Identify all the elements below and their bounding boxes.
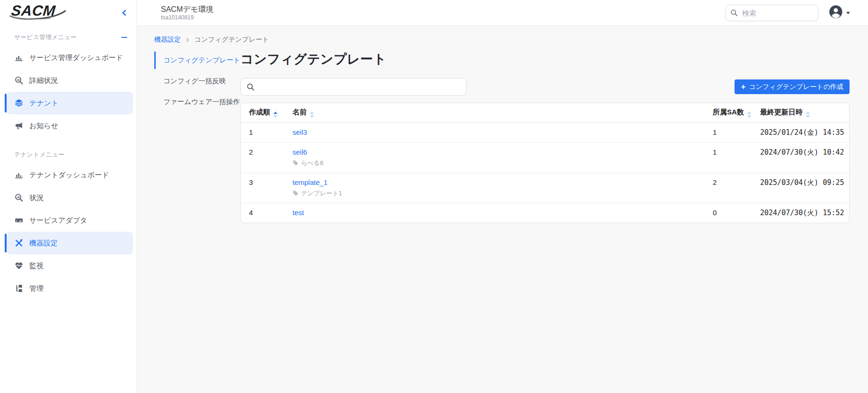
sidebar-item-label: 監視 [29, 262, 44, 271]
sidebar-item-label: テナント [29, 99, 58, 108]
main-pane: コンフィグテンプレート + コンフィグテンプレートの作成 [240, 50, 850, 223]
environment-name: SACMデモ環境 [161, 5, 213, 14]
section-label-text: テナントメニュー [14, 150, 64, 159]
cell-updated: 2024/07/30(火) 10:42 [752, 143, 849, 173]
cell-updated: 2025/01/24(金) 14:35 [752, 123, 849, 143]
cell-order: 4 [241, 203, 284, 223]
sidebar-item-heart-pulse[interactable]: 監視 [0, 254, 135, 277]
sidebar: SACM サービス管理メニューサービス管理ダッシュボード詳細状況テナントお知らせ… [0, 0, 137, 393]
tag-icon [292, 190, 299, 196]
subnav: コンフィグテンプレートコンフィグ一括反映ファームウェア一括操作 [154, 50, 240, 114]
table-search [240, 78, 467, 96]
chevron-left-icon [121, 9, 128, 18]
content-area: 機器設定コンフィグテンプレート コンフィグテンプレートコンフィグ一括反映ファーム… [137, 26, 868, 393]
column-header: 所属SA数 [705, 103, 752, 123]
sidebar-item-bar-chart[interactable]: サービス管理ダッシュボード [0, 46, 135, 69]
breadcrumb-item[interactable]: 機器設定 [154, 35, 181, 44]
breadcrumb-item: コンフィグテンプレート [195, 35, 269, 44]
sidebar-item-label: お知らせ [29, 122, 58, 131]
sidebar-header: SACM [0, 0, 137, 26]
top-header: SACMデモ環境 tsa10140819 [137, 0, 868, 26]
sidebar-item-label: 状況 [29, 193, 44, 202]
table-row: 3template_1テンプレート122025/03/04(火) 09:25 [241, 173, 849, 203]
server-icon [14, 216, 23, 225]
user-menu-button[interactable] [829, 5, 850, 21]
sacm-logo: SACM [7, 1, 69, 25]
cell-order: 1 [241, 123, 284, 143]
sitemap-icon [14, 284, 23, 293]
table-search-input[interactable] [240, 78, 467, 96]
column-header-label: 作成順 [249, 108, 270, 116]
column-header: 名前 [284, 103, 705, 123]
sidebar-collapse-button[interactable] [121, 9, 128, 18]
create-template-button[interactable]: + コンフィグテンプレートの作成 [735, 79, 850, 94]
sidebar-section-label: テナントメニュー [0, 144, 137, 164]
template-name-link[interactable]: seil6 [292, 148, 307, 156]
cell-updated: 2024/07/30(火) 15:52 [752, 203, 849, 223]
column-header-label: 所属SA数 [713, 108, 744, 116]
table-row: 4test02024/07/30(火) 15:52 [241, 203, 849, 223]
section-label-text: サービス管理メニュー [14, 33, 77, 42]
table-row: 2seil6らべる612024/07/30(火) 10:42 [241, 143, 849, 173]
template-name-link[interactable]: seil3 [292, 128, 307, 136]
table-row: 1seil312025/01/24(金) 14:35 [241, 123, 849, 143]
heart-pulse-icon [14, 262, 23, 271]
sort-icon[interactable] [806, 112, 810, 118]
cell-sa-count: 0 [705, 203, 752, 223]
global-search-input[interactable] [726, 5, 818, 21]
bar-chart-icon [14, 171, 23, 180]
search-icon [730, 9, 738, 17]
sidebar-item-tools[interactable]: 機器設定 [7, 232, 133, 254]
sidebar-item-layers[interactable]: テナント [7, 92, 133, 114]
column-header-label: 名前 [292, 108, 307, 116]
collapse-section-icon[interactable] [121, 37, 127, 38]
column-header-label: 最終更新日時 [760, 108, 803, 116]
create-template-label: コンフィグテンプレートの作成 [749, 83, 843, 91]
svg-text:SACM: SACM [10, 2, 57, 19]
cell-updated: 2025/03/04(火) 09:25 [752, 173, 849, 203]
subnav-item[interactable]: コンフィグ一括反映 [154, 72, 240, 90]
sort-icon[interactable] [274, 112, 277, 118]
column-header: 最終更新日時 [752, 103, 849, 123]
bar-chart-icon [14, 53, 23, 62]
sidebar-item-sitemap[interactable]: 管理 [0, 277, 135, 300]
sort-icon[interactable] [747, 112, 751, 118]
cell-name: seil3 [284, 123, 705, 143]
sidebar-item-search-chart[interactable]: 状況 [0, 186, 135, 209]
sidebar-item-megaphone[interactable]: お知らせ [0, 114, 135, 137]
template-name-link[interactable]: template_1 [292, 178, 328, 186]
template-name-link[interactable]: test [292, 209, 304, 217]
sidebar-item-label: 機器設定 [29, 239, 58, 248]
tag-label: テンプレート1 [301, 189, 342, 198]
sidebar-item-label: サービスアダプタ [29, 216, 87, 225]
tag-icon [292, 160, 299, 166]
caret-down-icon [846, 12, 850, 14]
chevron-right-icon [185, 37, 190, 43]
subnav-item[interactable]: ファームウェア一括操作 [154, 93, 240, 111]
cell-sa-count: 2 [705, 173, 752, 203]
layers-icon [14, 99, 23, 108]
sidebar-item-search-chart[interactable]: 詳細状況 [0, 69, 135, 92]
cell-name: test [284, 203, 705, 223]
global-search [726, 5, 818, 21]
main-column: SACMデモ環境 tsa10140819 機器設定コンフィグテンプレート コンフ… [137, 0, 868, 393]
controls-row: + コンフィグテンプレートの作成 [240, 78, 850, 96]
template-tag: らべる6 [292, 159, 701, 167]
cell-name: template_1テンプレート1 [284, 173, 705, 203]
megaphone-icon [14, 122, 23, 131]
table-header-row: 作成順名前所属SA数最終更新日時 [241, 103, 849, 123]
sort-icon[interactable] [310, 112, 314, 118]
plus-icon: + [741, 83, 745, 91]
sidebar-item-label: 管理 [29, 284, 44, 293]
sidebar-item-bar-chart[interactable]: テナントダッシュボード [0, 164, 135, 186]
cell-sa-count: 1 [705, 123, 752, 143]
search-chart-icon [14, 193, 23, 202]
sidebar-item-label: 詳細状況 [29, 76, 58, 85]
tag-label: らべる6 [301, 159, 323, 167]
sidebar-item-server[interactable]: サービスアダプタ [0, 209, 135, 232]
user-avatar-icon [829, 5, 843, 21]
sidebar-nav: サービス管理メニューサービス管理ダッシュボード詳細状況テナントお知らせテナントメ… [0, 26, 137, 306]
search-icon [247, 83, 255, 91]
subnav-item[interactable]: コンフィグテンプレート [154, 52, 240, 69]
breadcrumb: 機器設定コンフィグテンプレート [154, 35, 850, 44]
